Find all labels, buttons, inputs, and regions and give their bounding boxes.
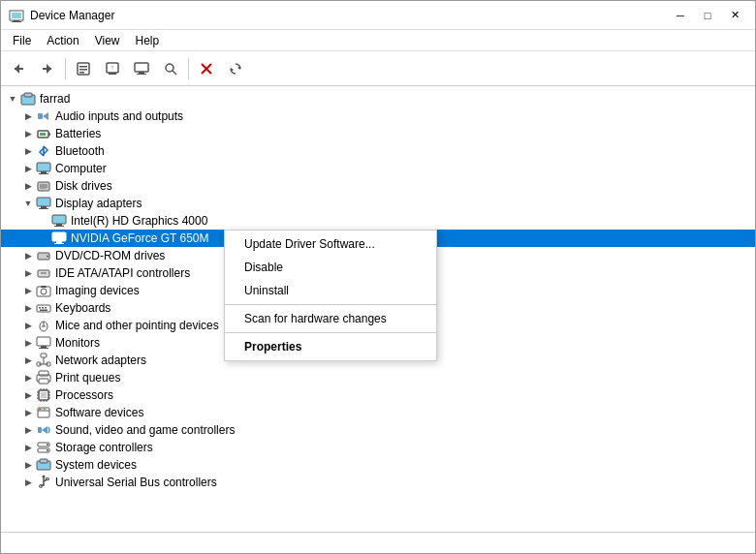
- sound-expand[interactable]: ▶: [20, 422, 36, 438]
- display-expand[interactable]: ▼: [20, 196, 36, 211]
- processors-icon: [36, 387, 51, 403]
- storage-expand[interactable]: ▶: [20, 440, 36, 455]
- keyboards-label: Keyboards: [55, 301, 110, 315]
- print-expand[interactable]: ▶: [20, 370, 36, 385]
- disk-expand[interactable]: ▶: [20, 178, 36, 194]
- menu-action[interactable]: Action: [39, 32, 86, 49]
- menu-view[interactable]: View: [87, 32, 128, 49]
- tree-item-storage[interactable]: ▶ Storage controllers: [1, 439, 755, 456]
- properties-button[interactable]: [70, 55, 97, 82]
- system-expand[interactable]: ▶: [20, 457, 36, 473]
- svg-point-103: [43, 476, 46, 478]
- software-expand[interactable]: ▶: [20, 405, 36, 420]
- svg-rect-3: [12, 21, 21, 22]
- computer-button[interactable]: [128, 55, 155, 82]
- svg-rect-37: [37, 198, 50, 206]
- tree-item-usb[interactable]: ▶ Universal Serial Bus controllers: [1, 474, 755, 491]
- dvd-expand[interactable]: ▶: [20, 248, 36, 263]
- imaging-label: Imaging devices: [55, 284, 140, 297]
- tree-item-system[interactable]: ▶ System devices: [1, 456, 755, 474]
- svg-point-97: [47, 449, 48, 451]
- toolbar: ↑: [1, 51, 755, 86]
- tree-item-processors[interactable]: ▶: [1, 386, 755, 404]
- processors-label: Processors: [55, 388, 113, 402]
- svg-rect-43: [52, 232, 66, 241]
- audio-label: Audio inputs and outputs: [55, 109, 183, 123]
- keyboards-expand[interactable]: ▶: [20, 300, 36, 316]
- tree-item-audio[interactable]: ▶ Audio inputs and outputs: [1, 108, 755, 125]
- title-bar: Device Manager ─ □ ✕: [1, 1, 755, 30]
- svg-rect-63: [39, 348, 48, 349]
- tree-root[interactable]: ▼ farrad: [1, 90, 755, 108]
- ctx-separator-1: [225, 304, 436, 305]
- back-button[interactable]: [5, 55, 32, 82]
- mice-expand[interactable]: ▶: [20, 318, 36, 333]
- svg-rect-1: [12, 13, 21, 18]
- tree-item-sound[interactable]: ▶ Sound, video and game controllers: [1, 421, 755, 439]
- monitors-expand[interactable]: ▶: [20, 335, 36, 351]
- tree-item-computer[interactable]: ▶ Computer: [1, 160, 755, 177]
- ide-label: IDE ATA/ATAPI controllers: [55, 266, 190, 280]
- bluetooth-icon: [36, 143, 51, 159]
- disk-icon: [36, 178, 51, 194]
- display-label: Display adapters: [55, 197, 142, 210]
- svg-rect-64: [41, 354, 47, 357]
- bluetooth-label: Bluetooth: [55, 144, 105, 158]
- delete-button[interactable]: [193, 55, 220, 82]
- update-driver-button[interactable]: ↑: [99, 55, 126, 82]
- ctx-update-driver[interactable]: Update Driver Software...: [225, 232, 436, 256]
- maximize-button[interactable]: □: [695, 6, 720, 25]
- computer-label: Computer: [55, 162, 107, 175]
- tree-item-software[interactable]: ▶ Software devices: [1, 404, 755, 421]
- computer-expand[interactable]: ▶: [20, 161, 36, 176]
- minimize-button[interactable]: ─: [668, 6, 693, 25]
- imaging-expand[interactable]: ▶: [20, 283, 36, 298]
- svg-rect-104: [47, 478, 49, 480]
- refresh-button[interactable]: [222, 55, 249, 82]
- tree-item-intel-gpu[interactable]: Intel(R) HD Graphics 4000: [1, 212, 755, 230]
- svg-rect-33: [39, 173, 48, 174]
- tree-item-disk[interactable]: ▶ Disk drives: [1, 177, 755, 195]
- close-button[interactable]: ✕: [722, 6, 747, 25]
- window-icon: [9, 8, 24, 23]
- svg-rect-57: [40, 310, 47, 312]
- svg-marker-27: [43, 112, 48, 120]
- tree-item-bluetooth[interactable]: ▶ Bluetooth: [1, 142, 755, 160]
- dvd-label: DVD/CD-ROM drives: [55, 249, 165, 262]
- tree-item-batteries[interactable]: ▶ Batteries: [1, 125, 755, 142]
- status-bar: [1, 532, 755, 553]
- display-icon: [36, 196, 51, 211]
- svg-rect-31: [37, 163, 50, 171]
- svg-text:↑: ↑: [110, 64, 114, 71]
- svg-rect-7: [43, 68, 51, 70]
- ctx-properties[interactable]: Properties: [225, 335, 436, 358]
- network-expand[interactable]: ▶: [20, 353, 36, 368]
- scan-button[interactable]: [157, 55, 184, 82]
- tree-item-print[interactable]: ▶ Print queues: [1, 369, 755, 386]
- ctx-scan[interactable]: Scan for hardware changes: [225, 307, 436, 330]
- ide-expand[interactable]: ▶: [20, 265, 36, 281]
- menu-bar: File Action View Help: [1, 30, 755, 51]
- svg-rect-32: [41, 171, 47, 173]
- usb-expand[interactable]: ▶: [20, 475, 36, 490]
- toolbar-separator-1: [65, 58, 66, 79]
- ctx-disable[interactable]: Disable: [225, 256, 436, 279]
- menu-file[interactable]: File: [5, 32, 39, 49]
- forward-button[interactable]: [34, 55, 61, 82]
- svg-marker-93: [42, 426, 47, 434]
- svg-rect-55: [42, 307, 44, 309]
- bluetooth-expand[interactable]: ▶: [20, 143, 36, 159]
- root-icon: [20, 91, 36, 107]
- ctx-uninstall[interactable]: Uninstall: [225, 279, 436, 302]
- root-expand[interactable]: ▼: [5, 91, 20, 107]
- context-menu: Update Driver Software... Disable Uninst…: [224, 230, 437, 361]
- svg-rect-17: [137, 74, 146, 75]
- svg-rect-44: [56, 241, 62, 243]
- batteries-expand[interactable]: ▶: [20, 126, 36, 141]
- tree-item-display[interactable]: ▼ Display adapters: [1, 195, 755, 212]
- processors-expand[interactable]: ▶: [20, 387, 36, 403]
- svg-rect-72: [39, 379, 48, 384]
- audio-expand[interactable]: ▶: [20, 108, 36, 124]
- menu-help[interactable]: Help: [128, 32, 168, 49]
- usb-label: Universal Serial Bus controllers: [55, 476, 217, 489]
